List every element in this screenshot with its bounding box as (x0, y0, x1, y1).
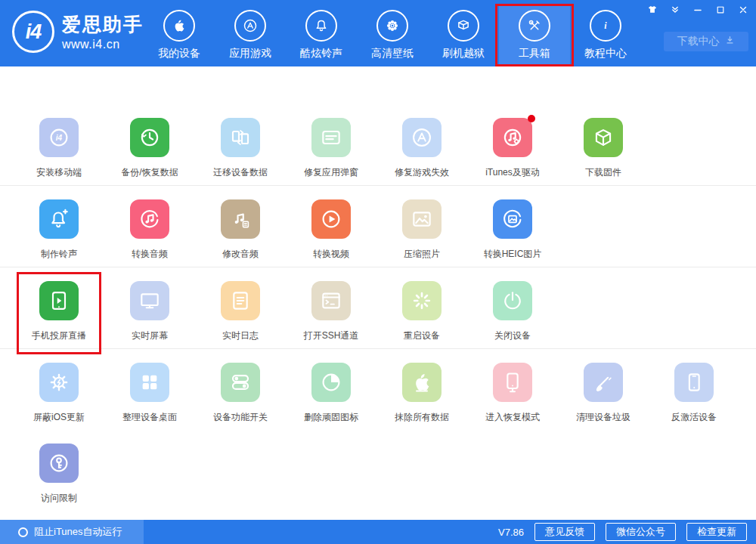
tool-restart-burst[interactable]: 重启设备 (376, 281, 467, 342)
broom-icon (584, 363, 623, 402)
info-icon: i (590, 10, 621, 42)
toolbox-icon (519, 10, 550, 42)
terminal-icon (311, 281, 351, 320)
version-label: V7.86 (498, 527, 524, 538)
tool-label: 删除顽固图标 (304, 412, 358, 423)
tool-label: 压缩照片 (404, 249, 440, 260)
toggles-icon (221, 363, 260, 402)
photo-circle-icon (493, 199, 532, 239)
tool-label: 访问限制 (41, 493, 77, 504)
tool-screencast[interactable]: 手机投屏直播 (14, 281, 104, 342)
tool-label: 整理设备桌面 (122, 412, 177, 423)
nav-item-bell[interactable]: 酷炫铃声 (286, 6, 357, 66)
monitor-icon (130, 281, 169, 320)
tool-photo-circle[interactable]: 转换HEIC图片 (467, 199, 558, 260)
tool-cube[interactable]: 下载固件 (558, 118, 649, 178)
tool-label: 重启设备 (404, 330, 440, 342)
footer-bar: 阻止iTunes自动运行 V7.86 意见反馈微信公众号检查更新 (0, 520, 756, 544)
tool-clock-pie[interactable]: 删除顽固图标 (286, 363, 376, 423)
footer-button-1[interactable]: 微信公众号 (606, 523, 676, 541)
tool-terminal[interactable]: 打开SSH通道 (286, 281, 376, 342)
tool-label: 实时屏幕 (132, 330, 168, 342)
tool-label: 下载固件 (585, 167, 621, 178)
i4-circle-icon: i4 (39, 118, 79, 157)
tool-label: 安装移动端 (36, 167, 82, 178)
nav-item-appstore[interactable]: 应用游戏 (215, 6, 286, 66)
tool-label: 制作铃声 (41, 249, 77, 260)
tool-music-edit[interactable]: 修改音频 (195, 199, 286, 260)
nav-item-apple[interactable]: 我的设备 (144, 6, 215, 66)
skin-button[interactable] (646, 5, 658, 17)
power-icon (493, 281, 532, 320)
itunes-gear-icon (493, 118, 532, 157)
nav-item-flower[interactable]: 高清壁纸 (357, 6, 428, 66)
tool-phone[interactable]: 反激活设备 (649, 363, 739, 423)
screencast-icon (39, 281, 79, 320)
tool-toggles[interactable]: 设备功能开关 (195, 363, 286, 423)
tool-photo[interactable]: 压缩照片 (376, 199, 467, 260)
tool-label: 修复应用弹窗 (304, 167, 358, 178)
tool-label: 修复游戏失效 (395, 167, 449, 178)
flower-icon (376, 10, 408, 42)
nav-item-label: 工具箱 (519, 47, 550, 60)
maximize-button[interactable] (714, 5, 726, 17)
brand-title: 爱思助手 (62, 12, 144, 37)
tool-transfer[interactable]: 迁移设备数据 (195, 118, 286, 178)
tool-label: 进入恢复模式 (485, 412, 540, 423)
download-center-label: 下载中心 (677, 35, 720, 48)
apple-erase-icon (402, 363, 442, 402)
window-controls (646, 5, 748, 17)
tool-i4-circle[interactable]: i4安装移动端 (14, 118, 104, 178)
tool-bell-plus[interactable]: 制作铃声 (14, 199, 104, 260)
phone-icon (674, 363, 714, 402)
nav-item-jailbreak-box[interactable]: 刷机越狱 (428, 6, 499, 66)
tool-label: 屏蔽iOS更新 (33, 412, 85, 423)
footer-button-2[interactable]: 检查更新 (686, 523, 747, 541)
tool-appstore[interactable]: 修复游戏失效 (376, 118, 467, 178)
tool-log-doc[interactable]: 实时日志 (195, 281, 286, 342)
tool-play-circle[interactable]: 转换视频 (286, 199, 376, 260)
block-itunes-autorun-toggle[interactable]: 阻止iTunes自动运行 (0, 520, 144, 544)
nav-item-label: 酷炫铃声 (300, 47, 342, 60)
cube-icon (584, 118, 623, 157)
nav-item-label: 高清壁纸 (371, 47, 414, 60)
close-button[interactable] (737, 5, 748, 17)
tool-grid[interactable]: 整理设备桌面 (104, 363, 195, 423)
toolbox-grid: i4安装移动端备份/恢复数据迁移设备数据修复应用弹窗修复游戏失效iTunes及驱… (0, 66, 756, 520)
tool-gear-bolt[interactable]: 屏蔽iOS更新 (14, 363, 104, 423)
nav-item-toolbox[interactable]: 工具箱 (499, 6, 570, 66)
bell-icon (305, 10, 337, 42)
grid-icon (130, 363, 169, 402)
transfer-icon (221, 118, 260, 157)
notification-dot (528, 115, 535, 122)
tool-label: 转换HEIC图片 (484, 249, 542, 260)
svg-text:i4: i4 (56, 134, 63, 142)
collapse-button[interactable] (669, 5, 680, 17)
tool-itunes-gear[interactable]: iTunes及驱动 (467, 118, 558, 178)
tool-monitor[interactable]: 实时屏幕 (104, 281, 195, 342)
tool-label: 手机投屏直播 (32, 330, 86, 342)
tool-music-circle[interactable]: 转换音频 (104, 199, 195, 260)
download-center-button[interactable]: 下载中心 (664, 32, 748, 51)
block-itunes-autorun-label: 阻止iTunes自动运行 (34, 525, 122, 539)
footer-actions: V7.86 意见反馈微信公众号检查更新 (498, 523, 756, 541)
header: i4 爱思助手 www.i4.cn 我的设备应用游戏酷炫铃声高清壁纸刷机越狱工具… (0, 0, 756, 66)
tool-broom[interactable]: 清理设备垃圾 (558, 363, 649, 423)
backup-clock-icon (130, 118, 169, 157)
tool-apple-erase[interactable]: 抹除所有数据 (376, 363, 467, 423)
footer-button-0[interactable]: 意见反馈 (534, 523, 595, 541)
tool-row-3: 手机投屏直播实时屏幕实时日志打开SSH通道重启设备关闭设备 (0, 267, 756, 349)
log-doc-icon (221, 281, 260, 320)
tool-label: 抹除所有数据 (395, 412, 449, 423)
tool-backup-clock[interactable]: 备份/恢复数据 (104, 118, 195, 178)
tool-label: 打开SSH通道 (304, 330, 359, 342)
i4-logo-icon: i4 (12, 11, 54, 53)
tool-key-circle[interactable]: 访问限制 (14, 444, 104, 504)
tool-recovery-phone[interactable]: 进入恢复模式 (467, 363, 558, 423)
minimize-button[interactable] (692, 5, 703, 17)
app-window: i4 爱思助手 www.i4.cn 我的设备应用游戏酷炫铃声高清壁纸刷机越狱工具… (0, 0, 756, 544)
nav-item-info[interactable]: i教程中心 (570, 6, 641, 66)
tool-power[interactable]: 关闭设备 (467, 281, 558, 342)
tool-id-card[interactable]: 修复应用弹窗 (286, 118, 376, 178)
gear-bolt-icon (39, 363, 79, 402)
